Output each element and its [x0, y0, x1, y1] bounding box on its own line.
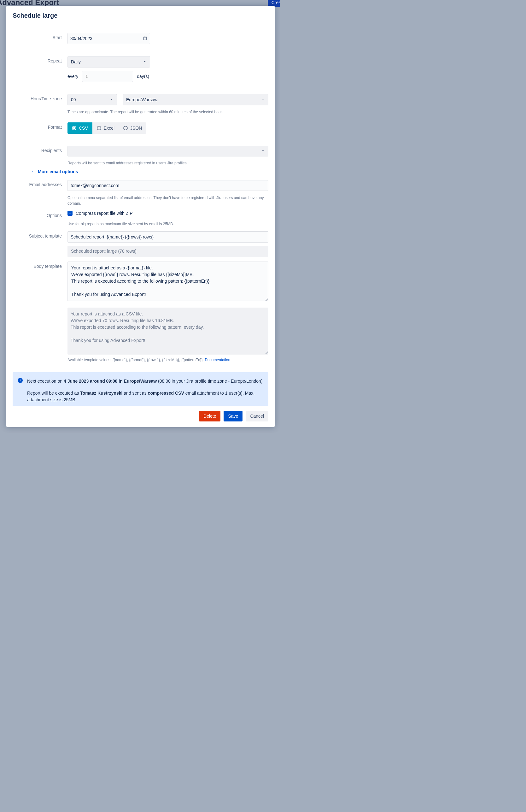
- body-template-input[interactable]: Your report is attached as a {{format}} …: [68, 262, 268, 301]
- days-label: day(s): [137, 74, 149, 79]
- info-line1-bold: 4 June 2023 around 09:00 in Europe/Warsa…: [64, 379, 157, 383]
- radio-icon: [123, 126, 128, 130]
- info-line2-mid: and sent as: [122, 391, 148, 395]
- body-label: Body template: [13, 262, 68, 363]
- delete-button[interactable]: Delete: [199, 411, 220, 421]
- start-label: Start: [13, 33, 68, 44]
- chevron-down-icon: [143, 60, 147, 64]
- format-json[interactable]: JSON: [119, 122, 146, 134]
- info-line2-pre: Report will be executed as: [27, 391, 80, 395]
- every-input[interactable]: [82, 71, 133, 82]
- hour-label: Hour/Time zone: [13, 94, 68, 105]
- repeat-value: Daily: [71, 59, 81, 64]
- zip-help: Use for big reports as maximum file size…: [68, 221, 268, 227]
- format-excel-label: Excel: [104, 126, 115, 131]
- every-label: every: [68, 74, 78, 79]
- email-addresses-input[interactable]: [68, 180, 268, 191]
- info-icon: i: [18, 378, 23, 383]
- chevron-down-icon: [261, 149, 265, 154]
- cancel-button[interactable]: Cancel: [246, 411, 268, 421]
- body-preview-text: Your report is attached as a CSV file. W…: [71, 311, 204, 343]
- chevron-down-icon: [110, 98, 114, 102]
- more-email-options-toggle[interactable]: More email options: [31, 169, 268, 174]
- chevron-down-icon: [31, 169, 35, 174]
- format-label: Format: [13, 122, 68, 134]
- timezone-select[interactable]: Europe/Warsaw: [123, 94, 268, 105]
- modal-title: Schedule large: [13, 12, 268, 19]
- subject-template-input[interactable]: [68, 231, 268, 243]
- repeat-label: Repeat: [13, 56, 68, 82]
- email-help: Optional comma separated list of email a…: [68, 195, 268, 206]
- recipients-help: Reports will be sent to email addresses …: [68, 160, 268, 166]
- calendar-icon: [143, 36, 147, 41]
- radio-icon: [72, 126, 76, 130]
- info-line2-bold1: Tomasz Kustrzynski: [80, 391, 122, 395]
- hour-help: Times are appproximate. The report will …: [68, 109, 268, 115]
- radio-icon: [97, 126, 101, 130]
- format-csv[interactable]: CSV: [68, 122, 92, 134]
- body-footnote: Available template values: {{name}}, {{f…: [68, 358, 205, 362]
- format-radio-group: CSV Excel JSON: [68, 122, 146, 134]
- info-line1-post: (08:00 in your Jira profile time zone - …: [157, 379, 262, 383]
- body-preview: Your report is attached as a CSV file. W…: [68, 308, 268, 354]
- recipients-select[interactable]: [68, 146, 268, 157]
- format-csv-label: CSV: [79, 126, 88, 131]
- more-email-label: More email options: [38, 169, 78, 174]
- schedule-modal: Schedule large Start 30/04/2023 Rep: [6, 6, 275, 427]
- format-json-label: JSON: [130, 126, 142, 131]
- hour-select[interactable]: 09: [68, 94, 117, 105]
- info-line1-pre: Next execution on: [27, 379, 64, 383]
- save-button[interactable]: Save: [223, 411, 243, 421]
- documentation-link[interactable]: Documentation: [205, 358, 230, 362]
- email-label: Email addresses: [13, 180, 68, 191]
- zip-checkbox[interactable]: [68, 211, 73, 216]
- zip-label: Compress report file with ZIP: [76, 211, 133, 216]
- info-line2-bold2: compressed CSV: [148, 391, 184, 395]
- hour-value: 09: [71, 97, 76, 102]
- recipients-label: Recipients: [13, 146, 68, 157]
- timezone-value: Europe/Warsaw: [126, 97, 157, 102]
- options-label: Options: [13, 211, 68, 218]
- subject-label: Subject template: [13, 231, 68, 243]
- start-date-input[interactable]: 30/04/2023: [68, 33, 150, 44]
- chevron-down-icon: [261, 98, 265, 102]
- resize-handle-icon: [265, 351, 268, 354]
- subject-preview: Scheduled report: large (70 rows): [68, 246, 268, 257]
- repeat-select[interactable]: Daily: [68, 56, 150, 68]
- resize-handle-icon[interactable]: [265, 298, 268, 301]
- format-excel[interactable]: Excel: [92, 122, 119, 134]
- start-date-value: 30/04/2023: [70, 36, 92, 41]
- next-execution-info: i Next execution on 4 June 2023 around 0…: [13, 372, 268, 406]
